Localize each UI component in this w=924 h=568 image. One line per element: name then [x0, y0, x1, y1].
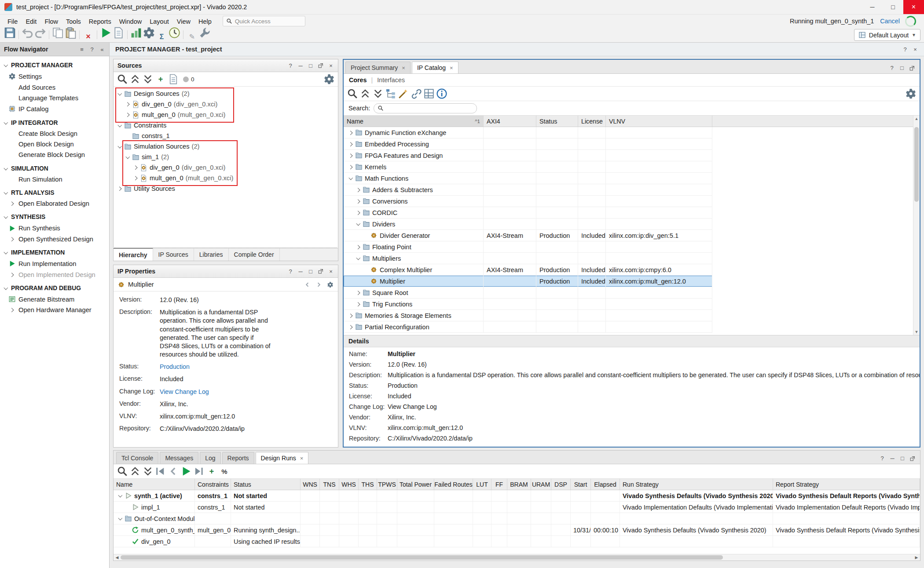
catalog-row-trig-functions[interactable]: Trig Functions — [344, 299, 712, 310]
cancel-link[interactable]: Cancel — [880, 18, 900, 25]
copy-button[interactable] — [51, 27, 64, 39]
bottom-tab-log[interactable]: Log — [200, 452, 220, 464]
sources-tab-hierarchy[interactable]: Hierarchy — [114, 248, 153, 261]
undo-button[interactable] — [21, 27, 34, 39]
tab-ip-catalog[interactable]: IP Catalog× — [412, 62, 458, 73]
forward-button[interactable] — [193, 466, 205, 477]
expand-all-button[interactable] — [142, 74, 154, 84]
runs-column-failed-routes[interactable]: Failed Routes — [434, 479, 473, 490]
runs-column-run-strategy[interactable]: Run Strategy — [620, 479, 773, 490]
maximize-icon[interactable]: □ — [899, 65, 905, 71]
flow-item-run-implementation[interactable]: Run Implementation — [0, 258, 109, 269]
expander-icon[interactable] — [134, 166, 138, 170]
bottom-tab-messages[interactable]: Messages — [160, 452, 198, 464]
menu-help[interactable]: Help — [194, 16, 216, 27]
menu-file[interactable]: File — [4, 16, 22, 27]
expander-icon[interactable] — [356, 199, 360, 203]
maximize-icon[interactable]: □ — [899, 455, 906, 462]
collapse-all-button[interactable] — [359, 88, 371, 99]
flow-section-ip-integrator[interactable]: IP INTEGRATOR — [0, 115, 109, 128]
gear-icon[interactable] — [326, 281, 334, 288]
chart-button[interactable] — [130, 27, 143, 39]
runs-column-total-power[interactable]: Total Power — [397, 479, 434, 490]
link-button[interactable] — [411, 88, 422, 99]
expander-icon[interactable] — [349, 131, 353, 135]
probe-button[interactable] — [198, 27, 211, 39]
catalog-row-kernels[interactable]: Kernels — [344, 161, 712, 173]
expander-icon[interactable] — [356, 211, 360, 215]
flow-item-run-simulation[interactable]: Run Simulation — [0, 174, 109, 185]
expander-icon[interactable] — [356, 222, 360, 226]
runs-column-dsp[interactable]: DSP — [551, 479, 571, 490]
sources-panel-header[interactable]: Sources ? ─ □ × — [114, 59, 338, 72]
expander-icon[interactable] — [118, 517, 122, 521]
expander-icon[interactable] — [118, 92, 122, 96]
quick-access-input[interactable]: Quick Access — [223, 16, 305, 26]
menu-window[interactable]: Window — [115, 16, 146, 27]
expander-icon[interactable] — [349, 313, 353, 317]
source-item-sim-1[interactable]: sim_1(2) — [114, 152, 338, 162]
menu-layout[interactable]: Layout — [146, 16, 173, 27]
flow-item-open-hardware-manager[interactable]: Open Hardware Manager — [0, 305, 109, 315]
flow-section-simulation[interactable]: SIMULATION — [0, 160, 109, 174]
design-run-row-div-gen-0[interactable]: div_gen_0Using cached IP results — [114, 536, 920, 547]
help-icon[interactable]: ? — [89, 46, 95, 53]
expander-icon[interactable] — [349, 165, 353, 169]
run-button[interactable] — [180, 466, 192, 477]
source-item-utility-sources[interactable]: Utility Sources — [114, 183, 338, 194]
bottom-tab-reports[interactable]: Reports — [222, 452, 254, 464]
help-icon[interactable]: ? — [889, 65, 895, 71]
catalog-row-cordic[interactable]: CORDIC — [344, 207, 712, 218]
source-item-mult-gen-0[interactable]: mult_gen_0(mult_gen_0.xci) — [114, 109, 338, 120]
close-button[interactable]: × — [903, 0, 924, 14]
source-item-design-sources[interactable]: Design Sources(2) — [114, 88, 338, 99]
close-icon[interactable]: × — [328, 62, 334, 69]
edit-button[interactable]: ✎ — [186, 31, 198, 43]
source-item-constrs-1[interactable]: constrs_1 — [114, 131, 338, 141]
runs-column-uram[interactable]: URAM — [531, 479, 551, 490]
report-button[interactable] — [112, 27, 125, 39]
help-icon[interactable]: ? — [902, 46, 908, 53]
source-item-div-gen-0[interactable]: div_gen_0(div_gen_0.xci) — [114, 162, 338, 173]
catalog-row-floating-point[interactable]: Floating Point — [344, 241, 712, 253]
search-button[interactable] — [117, 74, 128, 84]
minimize-button[interactable]: ─ — [862, 0, 883, 14]
detail-value[interactable]: Production — [388, 382, 920, 389]
subtab-interfaces[interactable]: Interfaces — [377, 76, 405, 84]
flow-item-open-block-design[interactable]: Open Block Design — [0, 139, 109, 149]
minimize-icon[interactable]: ─ — [297, 268, 304, 275]
menu-tools[interactable]: Tools — [62, 16, 85, 27]
menu-flow[interactable]: Flow — [40, 16, 62, 27]
catalog-row-complex-multiplier[interactable]: Complex MultiplierAXI4-StreamProductionI… — [344, 264, 712, 276]
scrollbar-thumb[interactable] — [914, 127, 919, 202]
expand-all-button[interactable] — [372, 88, 384, 99]
close-icon[interactable]: × — [328, 268, 334, 275]
flow-item-open-implemented-design[interactable]: Open Implemented Design — [0, 269, 109, 280]
expander-icon[interactable] — [356, 302, 360, 306]
layout-selector[interactable]: Default Layout ▼ — [854, 29, 920, 41]
sources-tab-ip-sources[interactable]: IP Sources — [153, 248, 194, 261]
expander-icon[interactable] — [118, 124, 122, 127]
save-button[interactable] — [4, 27, 16, 39]
vertical-scrollbar[interactable]: ▲ ▼ — [913, 116, 920, 335]
add-button[interactable]: + — [206, 466, 217, 477]
expander-icon[interactable] — [356, 188, 360, 192]
collapse-all-button[interactable] — [129, 74, 141, 84]
detail-value[interactable]: View Change Log — [388, 403, 920, 410]
runs-column-wns[interactable]: WNS — [301, 479, 320, 490]
flow-item-create-block-design[interactable]: Create Block Design — [0, 128, 109, 139]
catalog-row-partial-reconfiguration[interactable]: Partial Reconfiguration — [344, 321, 712, 333]
runs-column-name[interactable]: Name — [114, 479, 195, 490]
catalog-row-math-functions[interactable]: Math Functions — [344, 173, 712, 184]
scrollbar-thumb[interactable] — [121, 555, 723, 560]
help-icon[interactable]: ? — [287, 268, 293, 275]
collapse-sidebar-icon[interactable]: « — [99, 46, 105, 53]
expander-icon[interactable] — [118, 145, 122, 149]
runs-column-tns[interactable]: TNS — [320, 479, 339, 490]
close-tab-icon[interactable]: × — [300, 455, 304, 462]
flow-item-settings[interactable]: Settings — [0, 71, 109, 82]
sources-tab-libraries[interactable]: Libraries — [194, 248, 229, 261]
expander-icon[interactable] — [349, 325, 353, 329]
source-item-div-gen-0[interactable]: div_gen_0(div_gen_0.xci) — [114, 99, 338, 109]
scroll-left-icon[interactable]: ◀ — [114, 555, 121, 560]
